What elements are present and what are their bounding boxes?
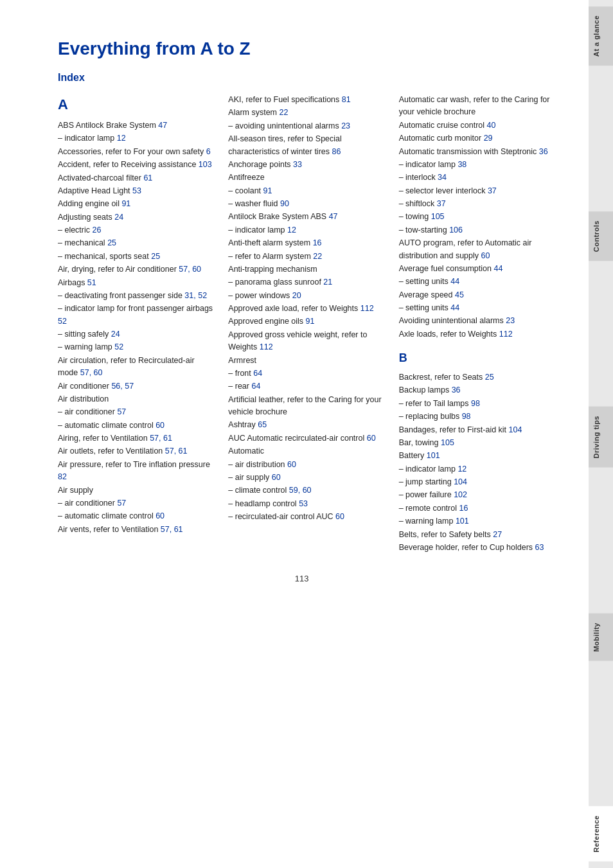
list-item: Approved engine oils 91 [228,315,386,328]
list-item: – recirculated-air control AUC 60 [228,511,386,523]
list-item: Airing, refer to Ventilation 57, 61 [58,432,215,445]
list-item: Air conditioner 56, 57 [58,380,215,393]
list-item: – indicator lamp for front passenger air… [58,303,215,328]
page-container: Everything from A to Z Index A ABS Antil… [0,0,613,868]
list-item: – refer to Alarm system 22 [228,251,386,263]
list-item: – remote control 16 [399,502,556,515]
list-item: Bandages, refer to First-aid kit 104 [399,424,556,436]
list-item: – air distribution 60 [228,459,386,471]
list-item: Belts, refer to Safety belts 27 [399,529,556,541]
list-item: Automatic [228,445,386,457]
page-number: 113 [58,574,556,583]
list-item: Approved axle load, refer to Weights 112 [228,303,386,315]
sidebar-tab-driving-tips[interactable]: Driving tips [589,407,613,468]
list-item: Battery 101 [399,450,556,462]
list-item: Anti-theft alarm system 16 [228,237,386,249]
list-item: – setting units 44 [399,276,556,288]
list-item: Beverage holder, refer to Cup holders 63 [399,542,556,554]
list-item: Air, drying, refer to Air conditioner 57… [58,263,215,276]
list-item: Bar, towing 105 [399,437,556,449]
letter-b-col3: B [399,350,556,368]
list-item: Adjusting seats 24 [58,211,215,224]
list-item: – setting units 44 [399,302,556,314]
list-item: Air outlets, refer to Ventilation 57, 61 [58,445,215,457]
list-item: – mechanical 25 [58,237,215,249]
list-item: Automatic transmission with Steptronic 3… [399,146,556,158]
list-item: – power failure 102 [399,489,556,501]
list-item: – climate control 59, 60 [228,484,386,497]
list-item: Activated-charcoal filter 61 [58,172,215,184]
list-item: – tow-starting 106 [399,224,556,236]
list-item: Backrest, refer to Seats 25 [399,371,556,384]
list-item: Accessories, refer to For your own safet… [58,146,215,158]
list-item: ABS Antilock Brake System 47 [58,120,215,132]
list-item: Air circulation, refer to Recirculated-a… [58,355,215,380]
list-item: – automatic climate control 60 [58,420,215,432]
list-item: – electric 26 [58,224,215,236]
list-item: Axle loads, refer to Weights 112 [399,328,556,341]
list-item: – refer to Tail lamps 98 [399,398,556,410]
list-item: – selector lever interlock 37 [399,185,556,197]
list-item: AUTO program, refer to Automatic air dis… [399,237,556,262]
list-item: AKI, refer to Fuel specifications 81 [228,94,386,106]
list-item: Ashtray 65 [228,419,386,431]
list-item: – shiftlock 37 [399,198,556,210]
index-heading: Index [58,72,556,84]
letter-a-col1: A [58,94,215,116]
right-sidebar: At a glance Controls Driving tips Mobili… [589,0,613,868]
list-item: Average speed 45 [399,289,556,301]
list-item: Air supply [58,484,215,497]
list-item: – air conditioner 57 [58,406,215,418]
column-3: Automatic car wash, refer to the Caring … [399,94,556,554]
list-item: Accident, refer to Receiving assistance … [58,159,215,171]
main-content: Everything from A to Z Index A ABS Antil… [0,0,589,868]
list-item: – front 64 [228,368,386,380]
list-item: – panorama glass sunroof 21 [228,276,386,288]
list-item: Antifreeze [228,172,386,184]
list-item: Alarm system 22 [228,107,386,119]
list-item: – air conditioner 57 [58,497,215,509]
list-item: All-season tires, refer to Special chara… [228,133,386,158]
sidebar-tab-at-a-glance[interactable]: At a glance [589,6,613,66]
list-item: Armrest [228,355,386,367]
list-item: – interlock 34 [399,172,556,184]
list-item: – power windows 20 [228,290,386,302]
sidebar-tab-reference[interactable]: Reference [589,806,613,862]
list-item: Air distribution [58,393,215,405]
list-item: – coolant 91 [228,185,386,197]
list-item: – indicator lamp 12 [399,463,556,475]
list-item: Anti-trapping mechanism [228,263,386,276]
list-item: – indicator lamp 12 [228,224,386,236]
list-item: Air vents, refer to Ventilation 57, 61 [58,524,215,536]
sidebar-tab-controls[interactable]: Controls [589,211,613,261]
list-item: – washer fluid 90 [228,198,386,210]
list-item: – automatic climate control 60 [58,510,215,522]
list-item: – indicator lamp 38 [399,159,556,171]
list-item: Backup lamps 36 [399,384,556,396]
list-item: – rear 64 [228,380,386,393]
list-item: – warning lamp 101 [399,515,556,527]
list-item: Automatic curb monitor 29 [399,132,556,145]
list-item: – warning lamp 52 [58,341,215,353]
list-item: – headlamp control 53 [228,498,386,510]
column-1: A ABS Antilock Brake System 47 – indicat… [58,94,215,554]
sidebar-tab-mobility[interactable]: Mobility [589,614,613,661]
list-item: – replacing bulbs 98 [399,411,556,423]
list-item: – jump starting 104 [399,476,556,488]
list-item: Approved gross vehicle weight, refer to … [228,329,386,354]
list-item: – mechanical, sports seat 25 [58,251,215,263]
columns-wrapper: A ABS Antilock Brake System 47 – indicat… [58,94,556,554]
list-item: Automatic cruise control 40 [399,120,556,132]
list-item: Air pressure, refer to Tire inflation pr… [58,459,215,484]
list-item: Automatic car wash, refer to the Caring … [399,94,556,119]
list-item: – indicator lamp 12 [58,132,215,145]
list-item: – deactivating front passenger side 31, … [58,290,215,302]
list-item: Airbags 51 [58,277,215,289]
list-item: Antilock Brake System ABS 47 [228,211,386,223]
page-title: Everything from A to Z [58,39,556,59]
list-item: Avoiding unintentional alarms 23 [399,315,556,327]
list-item: Average fuel consumption 44 [399,263,556,275]
list-item: Anchorage points 33 [228,159,386,171]
list-item: – avoiding unintentional alarms 23 [228,120,386,132]
column-2: AKI, refer to Fuel specifications 81 Ala… [228,94,386,554]
